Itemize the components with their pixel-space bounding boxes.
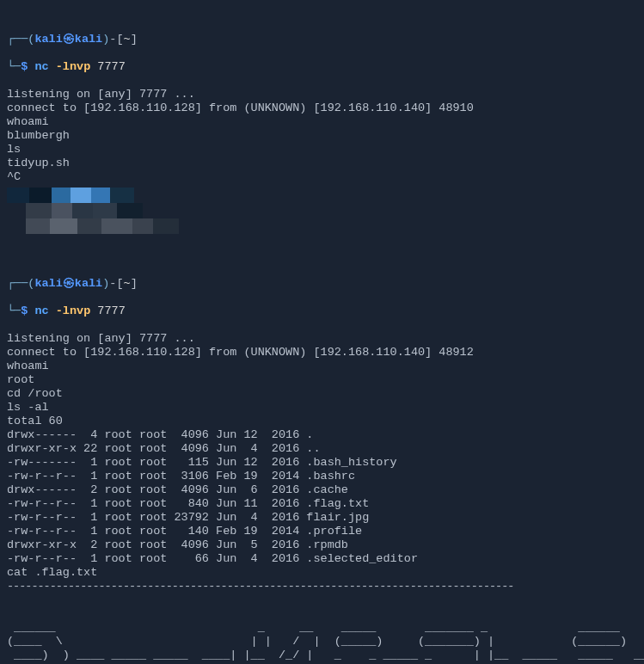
output-line: ^C — [7, 170, 21, 183]
output-line: whoami — [7, 360, 49, 372]
output-line: drwx------ 2 root root 4096 Jun 6 2016 .… — [7, 483, 348, 496]
output-line: connect to [192.168.110.128] from (UNKNO… — [7, 101, 474, 114]
output-line: -rw-r--r-- 1 root root 840 Jun 11 2016 .… — [7, 497, 369, 510]
output-line: listening on [any] 7777 ... — [7, 332, 195, 345]
prompt-line-1: ┌──(kali㉿kali)-[~] — [7, 33, 637, 46]
output-line: -rw-r--r-- 1 root root 140 Feb 19 2014 .… — [7, 525, 362, 538]
output-line: blumbergh — [7, 129, 70, 142]
output-line: listening on [any] 7777 ... — [7, 88, 195, 101]
output-line: total 60 — [7, 415, 63, 427]
terminal-output[interactable]: ┌──(kali㉿kali)-[~] └─$ nc -lnvp 7777 lis… — [0, 0, 644, 664]
command-nc: nc — [34, 60, 48, 73]
output-line: ls — [7, 143, 21, 156]
output-line: -rw-r--r-- 1 root root 3106 Feb 19 2014 … — [7, 470, 355, 483]
command-line-1: └─$ nc -lnvp 7777 — [7, 60, 637, 74]
output-line: cd /root — [7, 387, 63, 400]
output-line: drwxr-xr-x 22 root root 4096 Jun 4 2016 … — [7, 442, 321, 455]
output-line: -rw-r--r-- 1 root root 23792 Jun 4 2016 … — [7, 511, 369, 524]
output-line: -rw-r--r-- 1 root root 66 Jun 4 2016 .se… — [7, 552, 418, 565]
output-line: root — [7, 373, 34, 386]
command-line-2: └─$ nc -lnvp 7777 — [7, 304, 637, 318]
censored-pixel-block — [7, 188, 187, 241]
ascii-banner: ______ _ __ _____ _______ _ ______ _ (__… — [7, 607, 637, 664]
output-line: cat .flag.txt — [7, 566, 97, 579]
output-line: drwxr-xr-x 2 root root 4096 Jun 5 2016 .… — [7, 538, 348, 551]
output-line: tidyup.sh — [7, 157, 70, 169]
output-line: ls -al — [7, 401, 49, 414]
prompt-line-2: ┌──(kali㉿kali)-[~] — [7, 277, 637, 291]
output-line: whoami — [7, 115, 49, 128]
output-line: drwx------ 4 root root 4096 Jun 12 2016 … — [7, 428, 313, 441]
horizontal-rule: ----------------------------------------… — [7, 580, 513, 593]
output-line: -rw------- 1 root root 115 Jun 12 2016 .… — [7, 456, 397, 469]
command-nc: nc — [34, 304, 48, 317]
output-line: connect to [192.168.110.128] from (UNKNO… — [7, 346, 474, 359]
